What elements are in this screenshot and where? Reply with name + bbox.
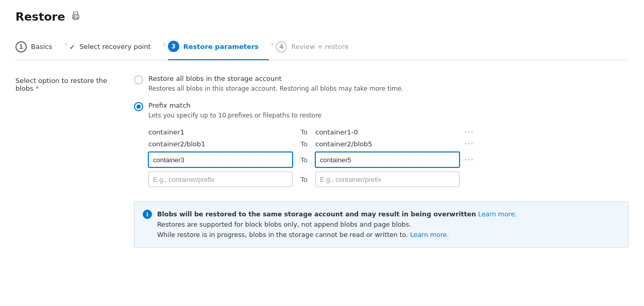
row-1-menu[interactable]: ··· xyxy=(465,128,474,136)
info-banner: i Blobs will be restored to the same sto… xyxy=(134,201,629,248)
dest-1: container1-0 xyxy=(315,128,460,136)
source-2: container2/blob1 xyxy=(148,140,293,148)
dest-input-4[interactable] xyxy=(315,172,460,187)
dest-2: container2/blob5 xyxy=(315,140,460,148)
prefix-row-4: To xyxy=(148,172,629,187)
step-sep-2: › xyxy=(161,40,168,55)
step-review[interactable]: 4 Review + restore xyxy=(276,36,359,60)
svg-point-3 xyxy=(74,15,75,16)
restore-page: Restore 1 Basics › ✓ Select recovery poi… xyxy=(0,0,644,306)
source-1: container1 xyxy=(148,128,293,136)
row-2-menu[interactable]: ··· xyxy=(465,140,474,148)
option-prefix-match[interactable]: Prefix match Lets you specify up to 10 p… xyxy=(134,101,629,120)
learn-more-link-2[interactable]: Learn more. xyxy=(410,231,449,239)
info-text: Blobs will be restored to the same stora… xyxy=(157,209,517,240)
step-1-label: Basics xyxy=(31,43,52,50)
right-content: Restore all blobs in the storage account… xyxy=(134,75,629,248)
step-2-checkmark: ✓ xyxy=(69,43,75,51)
all-blobs-title: Restore all blobs in the storage account xyxy=(148,75,403,82)
step-4-circle: 4 xyxy=(276,41,287,53)
wizard-steps: 1 Basics › ✓ Select recovery point › 3 R… xyxy=(15,36,629,60)
to-label-3: To xyxy=(298,156,310,164)
info-icon: i xyxy=(143,210,152,219)
to-label-4: To xyxy=(298,176,310,183)
to-label-1: To xyxy=(298,128,310,136)
step-3-circle: 3 xyxy=(168,41,179,52)
page-header: Restore xyxy=(15,10,629,23)
all-blobs-desc: Restores all blobs in this storage accou… xyxy=(148,84,403,93)
step-sep-3: › xyxy=(269,40,276,55)
to-label-2: To xyxy=(298,140,310,148)
prefix-row-3: To ··· xyxy=(148,152,629,167)
step-params[interactable]: 3 Restore parameters xyxy=(168,36,269,60)
step-4-label: Review + restore xyxy=(291,43,348,50)
page-title: Restore xyxy=(15,10,65,23)
info-line-3: While restore is in progress, blobs in t… xyxy=(157,230,517,240)
svg-rect-1 xyxy=(74,12,78,15)
step-1-circle: 1 xyxy=(15,41,27,53)
radio-all-blobs[interactable] xyxy=(134,75,143,84)
info-line-2: Restores are supported for block blobs o… xyxy=(157,219,517,230)
prefix-table: container1 To container1-0 ··· container… xyxy=(148,128,629,187)
step-3-label: Restore parameters xyxy=(183,43,259,50)
field-label: Select option to restore the blobs * xyxy=(15,75,118,248)
print-icon[interactable] xyxy=(71,11,80,23)
step-basics[interactable]: 1 Basics xyxy=(15,36,62,60)
radio-prefix-match[interactable] xyxy=(134,102,143,111)
dest-input-3[interactable] xyxy=(315,152,460,167)
info-line-1-bold: Blobs will be restored to the same stora… xyxy=(157,210,476,218)
step-2-label: Select recovery point xyxy=(79,43,150,50)
prefix-match-desc: Lets you specify up to 10 prefixes or fi… xyxy=(148,111,321,120)
source-input-4[interactable] xyxy=(148,172,293,187)
row-3-menu[interactable]: ··· xyxy=(465,156,474,164)
content-area: Select option to restore the blobs * Res… xyxy=(15,75,629,248)
step-recovery[interactable]: ✓ Select recovery point xyxy=(69,38,161,58)
option-all-blobs[interactable]: Restore all blobs in the storage account… xyxy=(134,75,629,93)
required-asterisk: * xyxy=(36,84,39,92)
prefix-row-1: container1 To container1-0 ··· xyxy=(148,128,629,136)
prefix-match-title: Prefix match xyxy=(148,101,321,109)
step-sep-1: › xyxy=(62,40,69,55)
source-input-3[interactable] xyxy=(148,152,293,167)
learn-more-link-1[interactable]: Learn more. xyxy=(478,210,517,218)
prefix-row-2: container2/blob1 To container2/blob5 ··· xyxy=(148,140,629,148)
